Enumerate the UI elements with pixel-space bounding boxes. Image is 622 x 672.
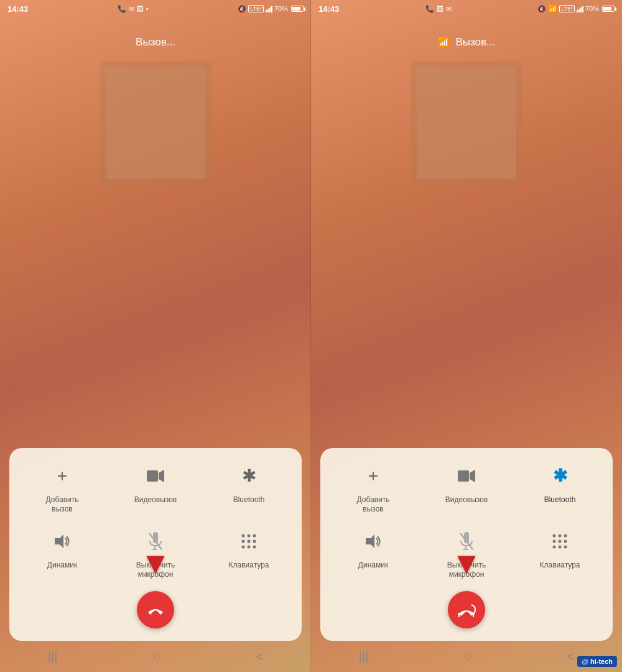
right-plus-icon: + (358, 460, 389, 492)
battery-icon-left (291, 6, 304, 12)
svg-marker-17 (470, 470, 475, 482)
hitech-at: @ (582, 658, 588, 665)
right-phone-screen: 14:43 📞 🖼 ✉ 🔇 📶 LTE² 70% 📶 Вызов. (311, 0, 622, 672)
left-plus-icon: + (47, 460, 78, 492)
right-call-status: 📶 Вызов... (438, 36, 496, 49)
right-mute-icon: 🔇 (537, 5, 546, 13)
left-speaker-icon (47, 526, 78, 557)
right-end-call-btn[interactable] (448, 591, 485, 628)
left-home-btn[interactable]: ○ (153, 650, 160, 664)
svg-marker-2 (55, 534, 63, 548)
phone-icon: 📞 (118, 5, 126, 13)
right-video-label: Видеовызов (445, 495, 488, 505)
right-bluetooth-icon: ✱ (544, 460, 575, 492)
mute-icon: 🔇 (238, 5, 246, 13)
left-speaker-btn[interactable]: Динамик (31, 526, 93, 580)
right-phone-icon: 📞 (425, 5, 434, 13)
right-status-right: 🔇 📶 LTE² 70% (537, 4, 615, 13)
dot-icon: • (146, 5, 149, 12)
left-keypad-label: Клавиатура (229, 561, 269, 571)
right-home-btn[interactable]: ○ (464, 650, 471, 664)
left-bluetooth-label: Bluetooth (233, 495, 265, 505)
svg-point-30 (559, 545, 562, 548)
svg-point-26 (553, 539, 556, 543)
left-add-call-btn[interactable]: + Добавитьвызов (31, 460, 93, 515)
right-call-status-text: Вызов... (455, 36, 495, 48)
right-avatar (411, 61, 522, 185)
right-contact-area: 📶 Вызов... (311, 17, 622, 442)
right-keypad-icon (544, 526, 575, 557)
left-recents-btn[interactable]: ||| (48, 650, 58, 664)
left-nav-bar: ||| ○ < (0, 641, 311, 672)
right-time: 14:43 (318, 4, 339, 14)
right-keypad-btn[interactable]: Клавиатура (529, 526, 591, 580)
message-icon: ✉ (129, 5, 134, 13)
svg-rect-0 (147, 470, 158, 482)
right-nav-bar: ||| ○ < (311, 641, 622, 672)
left-bluetooth-icon: ✱ (233, 460, 264, 492)
svg-point-13 (242, 545, 245, 548)
right-status-icons: 📞 🖼 ✉ (425, 5, 452, 13)
left-status-bar: 14:43 📞 ✉ 🖼 • 🔇 LTE² 70% (0, 0, 311, 17)
right-end-call-row: ▼ (327, 591, 606, 628)
left-arrow-down: ▼ (140, 548, 171, 579)
left-back-btn[interactable]: < (256, 650, 264, 664)
svg-point-12 (253, 539, 256, 543)
svg-point-7 (242, 534, 245, 537)
left-video-label: Видеовызов (134, 495, 177, 505)
right-speaker-icon (358, 526, 389, 557)
left-keypad-btn[interactable]: Клавиатура (218, 526, 280, 580)
left-end-call-btn[interactable] (137, 591, 174, 628)
svg-rect-16 (458, 470, 469, 482)
right-bluetooth-label: Bluetooth (544, 495, 576, 505)
screenshot-icon: 🖼 (137, 5, 144, 12)
svg-marker-1 (159, 470, 164, 482)
svg-point-23 (553, 534, 556, 537)
svg-point-29 (553, 545, 556, 548)
left-contact-area: Вызов... (0, 17, 311, 442)
svg-point-33 (458, 613, 460, 615)
right-call-panel: + Добавитьвызов Видеовызов ✱ Bluetooth (320, 448, 613, 641)
left-time: 14:43 (7, 4, 28, 14)
svg-point-9 (253, 534, 256, 537)
right-bluetooth-btn[interactable]: ✱ Bluetooth (529, 460, 591, 515)
battery-icon-right (602, 6, 615, 12)
right-speaker-btn[interactable]: Динамик (342, 526, 404, 580)
svg-marker-18 (366, 534, 374, 548)
left-phone-screen: 14:43 📞 ✉ 🖼 • 🔇 LTE² 70% Вызов... (0, 0, 311, 672)
right-photo-icon: 🖼 (437, 5, 443, 12)
right-message-icon: ✉ (446, 5, 452, 13)
left-add-call-label: Добавитьвызов (45, 495, 78, 515)
left-speaker-label: Динамик (47, 561, 77, 571)
right-video-btn[interactable]: Видеовызов (435, 460, 498, 515)
left-panel-row1: + Добавитьвызов Видеовызов ✱ Bluetooth (16, 460, 295, 515)
right-back-btn[interactable]: < (567, 650, 575, 664)
left-avatar (100, 61, 211, 185)
right-keypad-label: Клавиатура (540, 561, 580, 571)
battery-text-right: 70% (585, 5, 599, 12)
svg-point-25 (564, 534, 567, 537)
right-call-icon: 📶 (438, 37, 450, 47)
svg-point-14 (248, 545, 251, 548)
battery-text-left: 70% (274, 5, 288, 12)
left-status-icons: 📞 ✉ 🖼 • (118, 5, 149, 13)
left-status-right: 🔇 LTE² 70% (238, 5, 304, 13)
right-wifi-icon: 📶 (548, 4, 557, 13)
left-call-panel: + Добавитьвызов Видеовызов ✱ Bluetooth (9, 448, 302, 641)
right-recents-btn[interactable]: ||| (359, 650, 369, 664)
left-video-btn[interactable]: Видеовызов (124, 460, 187, 515)
hitech-name: hi-tech (590, 658, 613, 665)
svg-point-27 (559, 539, 562, 543)
right-avatar-inner (417, 67, 516, 179)
right-add-call-btn[interactable]: + Добавитьвызов (342, 460, 404, 515)
svg-point-10 (242, 539, 245, 543)
left-end-call-row: ▼ (16, 591, 295, 628)
signal-bars-right (577, 5, 583, 12)
right-lte-icon: LTE² (559, 5, 575, 12)
left-video-icon (140, 460, 171, 492)
svg-point-8 (248, 534, 251, 537)
svg-point-15 (253, 545, 256, 548)
right-arrow-down: ▼ (451, 548, 482, 579)
svg-point-24 (559, 534, 562, 537)
left-bluetooth-btn[interactable]: ✱ Bluetooth (218, 460, 280, 515)
